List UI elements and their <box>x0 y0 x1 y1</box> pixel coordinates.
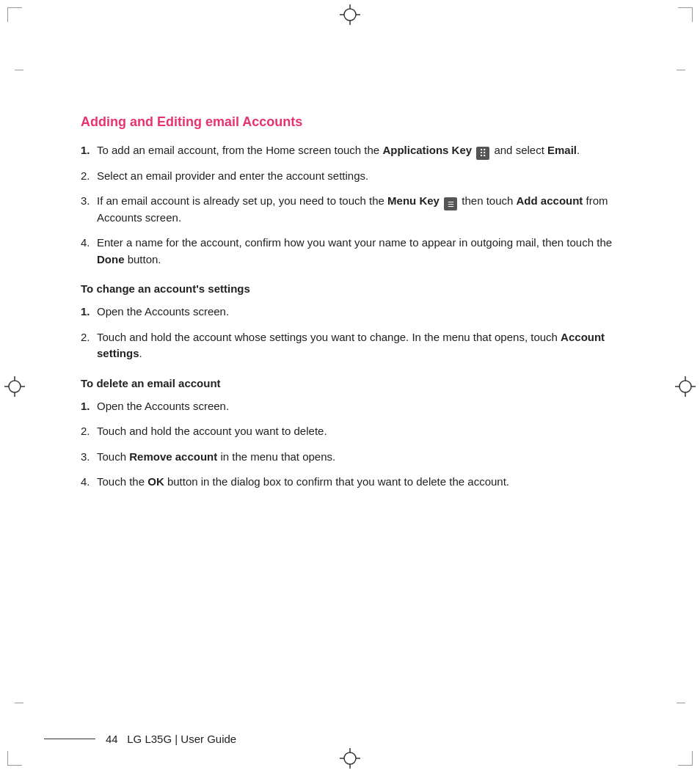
page: Adding and Editing email Accounts 1. To … <box>0 0 700 773</box>
svg-point-10 <box>9 381 21 392</box>
delete-step-4-bold-ok: OK <box>147 475 164 488</box>
change-step-2-text: Touch and hold the account whose setting… <box>97 329 630 362</box>
delete-step-3-num: 3. <box>81 449 97 466</box>
change-steps-list: 1. Open the Accounts screen. 2. Touch an… <box>81 304 630 362</box>
step-3-bold-menu-key: Menu Key <box>387 194 440 207</box>
footer: 44 LG L35G | User Guide <box>44 733 656 745</box>
side-mark-left-top <box>15 70 23 70</box>
main-steps-list: 1. To add an email account, from the Hom… <box>81 142 630 268</box>
menu-key-icon <box>444 197 457 210</box>
main-content: Adding and Editing email Accounts 1. To … <box>81 114 630 714</box>
delete-step-4-text: Touch the OK button in the dialog box to… <box>97 474 630 491</box>
left-crosshair-icon <box>4 376 25 397</box>
step-3-text: If an email account is already set up, y… <box>97 193 630 226</box>
change-step-2-bold: Account settings <box>97 331 605 360</box>
right-crosshair-icon <box>675 376 696 397</box>
delete-step-2-text: Touch and hold the account you want to d… <box>97 423 630 440</box>
side-mark-right-bottom <box>677 703 685 703</box>
change-step-1: 1. Open the Accounts screen. <box>81 304 630 320</box>
apps-key-icon <box>476 147 489 160</box>
step-2-text: Select an email provider and enter the a… <box>97 168 630 185</box>
corner-mark-bl <box>7 751 22 766</box>
step-3-num: 3. <box>81 193 97 226</box>
bottom-crosshair-icon <box>340 748 360 769</box>
sub-heading-delete: To delete an email account <box>81 377 630 389</box>
delete-step-4: 4. Touch the OK button in the dialog box… <box>81 474 630 491</box>
delete-step-2-num: 2. <box>81 423 97 440</box>
step-1-bold-email: Email <box>547 144 577 156</box>
delete-step-1-num: 1. <box>81 398 97 415</box>
footer-separator <box>118 733 128 745</box>
delete-step-1-text: Open the Accounts screen. <box>97 398 630 415</box>
svg-point-0 <box>344 9 356 21</box>
svg-point-15 <box>679 381 691 392</box>
sub-heading-change: To change an account's settings <box>81 282 630 295</box>
footer-line <box>44 739 95 740</box>
step-1-bold-applications: Applications Key <box>382 144 472 156</box>
footer-guide-text: LG L35G | User Guide <box>127 733 236 745</box>
step-3-bold-add-account: Add account <box>517 194 583 207</box>
side-mark-left-bottom <box>15 703 23 703</box>
step-1-num: 1. <box>81 142 97 159</box>
footer-page-number: 44 <box>106 733 118 745</box>
corner-mark-br <box>678 751 693 766</box>
step-1-text: To add an email account, from the Home s… <box>97 142 630 159</box>
corner-mark-tl <box>7 7 22 22</box>
step-4-text: Enter a name for the account, confirm ho… <box>97 235 630 268</box>
svg-point-5 <box>344 752 356 764</box>
delete-steps-list: 1. Open the Accounts screen. 2. Touch an… <box>81 398 630 491</box>
change-step-2: 2. Touch and hold the account whose sett… <box>81 329 630 362</box>
step-4-bold-done: Done <box>97 253 125 265</box>
step-2: 2. Select an email provider and enter th… <box>81 168 630 185</box>
step-2-num: 2. <box>81 168 97 185</box>
step-1: 1. To add an email account, from the Hom… <box>81 142 630 159</box>
delete-step-2: 2. Touch and hold the account you want t… <box>81 423 630 440</box>
step-4-num: 4. <box>81 235 97 268</box>
step-4: 4. Enter a name for the account, confirm… <box>81 235 630 268</box>
delete-step-3-text: Touch Remove account in the menu that op… <box>97 449 630 466</box>
change-step-1-num: 1. <box>81 304 97 320</box>
side-mark-right-top <box>677 70 685 70</box>
corner-mark-tr <box>678 7 693 22</box>
section-title: Adding and Editing email Accounts <box>81 114 630 131</box>
delete-step-3-bold: Remove account <box>129 450 217 463</box>
delete-step-4-num: 4. <box>81 474 97 491</box>
change-step-2-num: 2. <box>81 329 97 362</box>
top-crosshair-icon <box>340 4 360 25</box>
step-3: 3. If an email account is already set up… <box>81 193 630 226</box>
delete-step-1: 1. Open the Accounts screen. <box>81 398 630 415</box>
delete-step-3: 3. Touch Remove account in the menu that… <box>81 449 630 466</box>
change-step-1-text: Open the Accounts screen. <box>97 304 630 320</box>
